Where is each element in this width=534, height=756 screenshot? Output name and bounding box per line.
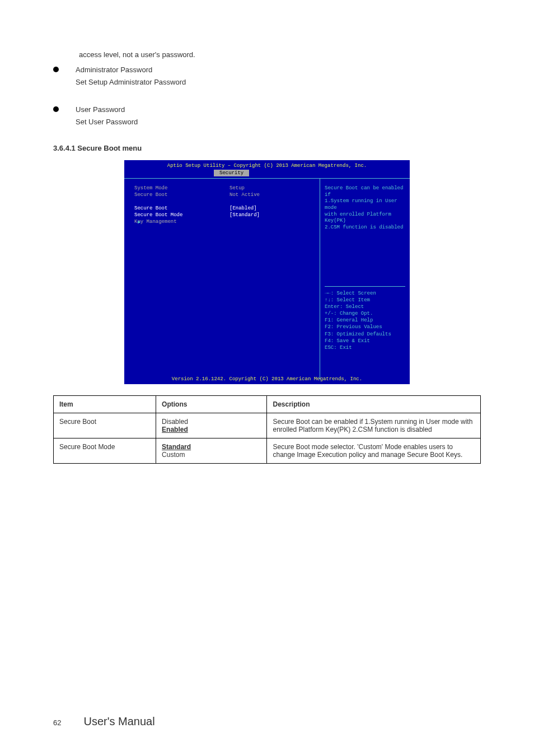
key-line: ESC: Exit: [325, 344, 405, 351]
table-row: Secure Boot Disabled Enabled Secure Boot…: [54, 413, 481, 438]
option-value: Disabled: [162, 418, 188, 426]
row-value: Not Active: [229, 192, 260, 198]
bullet-title: User Password: [76, 104, 481, 115]
bios-title-bar: Aptio Setup Utility – Copyright (C) 2013…: [124, 160, 410, 170]
bios-footer: Version 2.16.1242. Copyright (C) 2013 Am…: [124, 376, 410, 382]
tab-security[interactable]: Security: [214, 170, 249, 176]
page-number: 62: [53, 718, 61, 727]
col-item: Item: [54, 396, 156, 413]
divider: [325, 286, 405, 287]
key-line: F4: Save & Exit: [325, 338, 405, 344]
key-line: F2: Previous Values: [325, 324, 405, 330]
key-line: F3: Optimized Defaults: [325, 331, 405, 338]
key-line: F1: General Help: [325, 317, 405, 324]
table-row: Secure Boot Mode Standard Custom Secure …: [54, 438, 481, 464]
option-value-default: Enabled: [162, 426, 188, 433]
bullet-user-password: User Password Set User Password: [53, 104, 481, 127]
row-secure-boot[interactable]: Secure Boot [Enabled]: [134, 206, 314, 211]
bullet-body: Set User Password: [76, 116, 481, 128]
key-line: →←: Select Screen: [325, 290, 405, 297]
bios-key-legend: →←: Select Screen ↑↓: Select Item Enter:…: [325, 290, 405, 351]
bios-left-panel: System Mode Setup Secure Boot Not Active…: [124, 179, 320, 379]
bios-right-panel: Secure Boot can be enabled if 1.System r…: [320, 179, 410, 379]
cell-description: Secure Boot mode selector. 'Custom' Mode…: [267, 438, 481, 464]
help-line: 1.System running in User mode: [325, 198, 405, 211]
row-key-management[interactable]: ▶ Key Management: [134, 219, 314, 225]
bullet-admin-password: Administrator Password Set Setup Adminis…: [53, 64, 481, 87]
bios-help-text: Secure Boot can be enabled if 1.System r…: [325, 185, 405, 231]
row-spacer: [134, 199, 314, 204]
row-value: [Standard]: [229, 212, 260, 218]
cell-item: Secure Boot: [54, 413, 156, 438]
bullet-body: Set Setup Administrator Password: [76, 77, 481, 88]
cell-options: Standard Custom: [156, 438, 267, 464]
row-value: [Enabled]: [229, 206, 257, 211]
option-value-default: Standard: [162, 443, 191, 451]
bullet-icon: [53, 67, 59, 72]
submenu-arrow-icon: ▶: [138, 219, 140, 225]
cell-item: Secure Boot Mode: [54, 438, 156, 464]
row-label: Secure Boot Mode: [134, 212, 229, 218]
row-secure-boot-mode[interactable]: Secure Boot Mode [Standard]: [134, 212, 314, 218]
table-header-row: Item Options Description: [54, 396, 481, 413]
footer-title: User's Manual: [83, 715, 154, 728]
section-heading: 3.6.4.1 Secure Boot menu: [53, 144, 481, 152]
row-secure-boot-status: Secure Boot Not Active: [134, 192, 314, 198]
help-line: 2.CSM function is disabled: [325, 225, 405, 231]
cell-options: Disabled Enabled: [156, 413, 267, 438]
bios-window: Aptio Setup Utility – Copyright (C) 2013…: [124, 160, 410, 384]
option-value: Custom: [162, 451, 185, 459]
page-footer: 62 User's Manual: [53, 715, 155, 728]
key-line: +/-: Change Opt.: [325, 310, 405, 317]
row-label: Secure Boot: [134, 206, 229, 211]
key-line: Enter: Select: [325, 304, 405, 310]
options-table: Item Options Description Secure Boot Dis…: [53, 395, 481, 464]
col-options: Options: [156, 396, 267, 413]
key-line: ↑↓: Select Item: [325, 297, 405, 304]
help-line: with enrolled Platform Key(PK): [325, 212, 405, 225]
row-label: Key Management: [134, 219, 229, 225]
bullet-icon: [53, 106, 59, 112]
cell-description: Secure Boot can be enabled if 1.System r…: [267, 413, 481, 438]
top-note: access level, not a user's password.: [79, 50, 481, 59]
col-description: Description: [267, 396, 481, 413]
row-value: Setup: [229, 185, 245, 191]
row-system-mode: System Mode Setup: [134, 185, 314, 191]
row-label: Secure Boot: [134, 192, 229, 198]
bullet-title: Administrator Password: [76, 64, 481, 76]
help-line: Secure Boot can be enabled if: [325, 185, 405, 198]
row-label: System Mode: [134, 185, 229, 191]
